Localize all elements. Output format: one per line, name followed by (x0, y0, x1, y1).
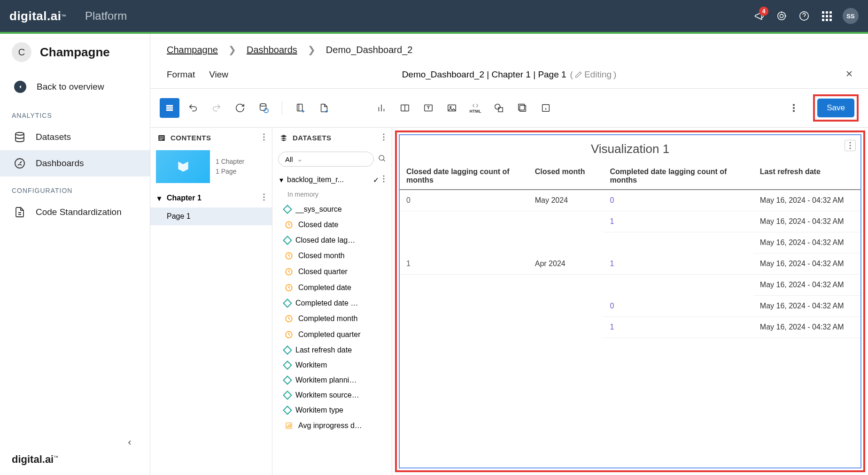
redo-button[interactable] (207, 98, 226, 118)
cell: 0 (603, 296, 753, 317)
field-item[interactable]: Closed date lag… (272, 233, 392, 248)
table-row: 1May 16, 2024 - 04:32 AM (400, 317, 860, 338)
col-completed-lagging[interactable]: Completed date lagging count of months (603, 163, 753, 190)
cell: 1 (400, 253, 528, 275)
breadcrumb-dashboards[interactable]: Dashboards (247, 45, 297, 55)
insert-dossier-button[interactable] (512, 98, 532, 118)
menu-format[interactable]: Format (167, 69, 195, 80)
attribute-icon (283, 360, 292, 370)
nav-dashboards[interactable]: Dashboards (0, 150, 150, 176)
undo-button[interactable] (183, 98, 203, 118)
document-title: Demo_Dashboard_2 | Chapter 1 | Page 1 ( … (402, 69, 617, 80)
help-icon[interactable] (798, 9, 811, 23)
cell: May 16, 2024 - 04:32 AM (753, 253, 860, 275)
svg-point-38 (383, 178, 385, 180)
new-chapter-button[interactable] (291, 98, 310, 118)
save-button[interactable]: Save (817, 99, 854, 117)
svg-point-35 (383, 139, 385, 141)
dossier-meta: 1 Chapter 1 Page (216, 157, 244, 176)
svg-point-0 (778, 12, 786, 20)
insert-container-button[interactable] (395, 98, 415, 118)
field-label: Workitem (295, 361, 327, 369)
chapter-item[interactable]: ▾ Chapter 1 (150, 189, 272, 207)
new-page-button[interactable] (314, 98, 334, 118)
dossier-thumbnail[interactable] (156, 150, 210, 183)
menu-view[interactable]: View (209, 69, 228, 80)
page-label: Page 1 (167, 212, 191, 221)
chapter-more-button[interactable] (263, 193, 265, 203)
nav-datasets[interactable]: Datasets (0, 124, 150, 150)
cell: 0 (400, 190, 528, 211)
announcements-icon[interactable]: 4 (752, 9, 766, 23)
svg-rect-5 (167, 106, 173, 107)
viz-table: Closed date lagging count of months Clos… (400, 163, 860, 338)
field-item[interactable]: Completed date … (272, 296, 392, 311)
database-icon (14, 131, 25, 143)
field-item[interactable]: Last refresh date (272, 343, 392, 358)
search-button[interactable] (378, 154, 386, 164)
breadcrumb: Champagne ❯ Dashboards ❯ Demo_Dashboard_… (150, 34, 868, 66)
project-avatar: C (12, 42, 31, 62)
dataset-more-button[interactable] (383, 175, 385, 184)
list-icon (157, 134, 166, 142)
back-to-overview[interactable]: Back to overview (0, 72, 150, 101)
data-refresh-button[interactable] (254, 98, 273, 118)
field-item[interactable]: Closed quarter (272, 264, 392, 280)
col-closed-lagging[interactable]: Closed date lagging count of months (400, 163, 528, 190)
field-item[interactable]: Avg inprogress d… (272, 418, 392, 434)
field-item[interactable]: Closed date (272, 217, 392, 233)
col-last-refresh[interactable]: Last refresh date (753, 163, 860, 190)
insert-chart-button[interactable] (372, 98, 391, 118)
cell: May 16, 2024 - 04:32 AM (753, 190, 860, 211)
apps-icon[interactable] (820, 9, 833, 23)
toggle-panels-button[interactable] (160, 98, 179, 118)
field-item[interactable]: Workitem planni… (272, 373, 392, 388)
doc-title-text: Demo_Dashboard_2 | Chapter 1 | Page 1 (402, 69, 566, 80)
cell (400, 275, 528, 296)
field-item[interactable]: Completed date (272, 280, 392, 296)
more-options-button[interactable] (784, 98, 804, 118)
svg-rect-24 (160, 137, 164, 137)
field-item[interactable]: Completed month (272, 311, 392, 327)
html-label: HTML (470, 109, 481, 114)
refresh-button[interactable] (230, 98, 250, 118)
field-item[interactable]: Completed quarter (272, 327, 392, 343)
insert-info-button[interactable] (536, 98, 556, 118)
col-closed-month[interactable]: Closed month (528, 163, 604, 190)
field-item[interactable]: Closed month (272, 248, 392, 264)
field-item[interactable]: Workitem source… (272, 388, 392, 403)
insert-image-button[interactable] (442, 98, 462, 118)
breadcrumb-champagne[interactable]: Champagne (167, 45, 218, 55)
table-row: 1May 16, 2024 - 04:32 AM (400, 211, 860, 232)
caret-down-icon: ▾ (157, 194, 163, 203)
field-item[interactable]: Workitem type (272, 403, 392, 418)
field-item[interactable]: Workitem (272, 358, 392, 373)
contents-more-button[interactable] (263, 133, 265, 142)
close-button[interactable] (845, 69, 854, 81)
filter-dropdown[interactable]: All ⌄ (278, 152, 374, 167)
field-label: Completed date (298, 283, 351, 292)
visualization-card[interactable]: Visualization 1 Closed date lagging coun… (399, 134, 861, 468)
avatar[interactable]: SS (843, 8, 859, 24)
cell: May 16, 2024 - 04:32 AM (753, 317, 860, 338)
insert-text-button[interactable] (418, 98, 438, 118)
page-item[interactable]: Page 1 (150, 207, 272, 225)
nav-code-standardization[interactable]: Code Standardization (0, 199, 150, 225)
insert-shape-button[interactable] (489, 98, 509, 118)
field-label: Closed date (298, 221, 338, 229)
svg-point-33 (383, 134, 385, 135)
cell: May 16, 2024 - 04:32 AM (753, 296, 860, 317)
target-icon[interactable] (775, 9, 788, 23)
field-item[interactable]: __sys_source (272, 202, 392, 217)
svg-point-27 (264, 134, 265, 135)
dataset-item[interactable]: ▾ backlog_item_r... ✓ (272, 170, 392, 189)
insert-html-button[interactable]: HTML (465, 98, 485, 118)
table-row: 0May 20240May 16, 2024 - 04:32 AM (400, 190, 860, 211)
svg-point-52 (850, 148, 851, 149)
time-icon (284, 283, 294, 292)
viz-more-button[interactable] (845, 140, 856, 151)
table-row: 1Apr 20241May 16, 2024 - 04:32 AM (400, 253, 860, 275)
notification-badge: 4 (759, 7, 768, 16)
collapse-sidebar-button[interactable] (12, 432, 138, 453)
datasets-more-button[interactable] (383, 133, 385, 142)
